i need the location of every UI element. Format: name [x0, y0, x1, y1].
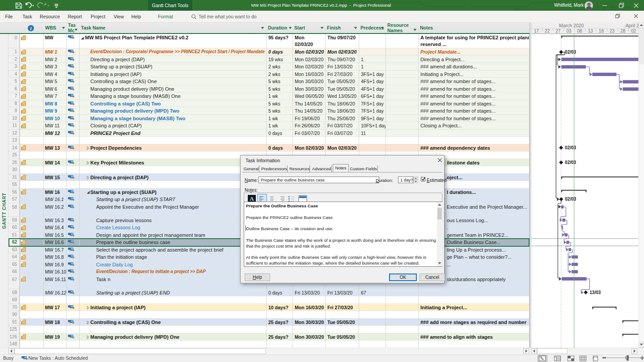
svg-text:02/03: 02/03 [565, 160, 576, 165]
svg-text:02/03: 02/03 [565, 197, 576, 202]
svg-text:13/03: 13/03 [589, 290, 601, 295]
svg-text:02/03: 02/03 [565, 50, 576, 55]
svg-text:02/03: 02/03 [565, 145, 576, 150]
